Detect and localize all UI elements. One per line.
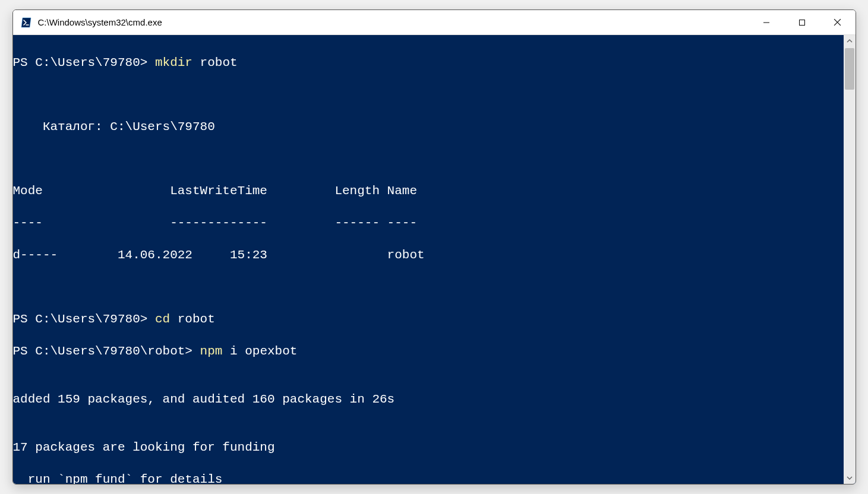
svg-rect-1	[799, 20, 804, 25]
terminal-window: C:\Windows\system32\cmd.exe PS C:\Users\…	[12, 10, 856, 484]
terminal-output[interactable]: PS C:\Users\79780> mkdir robot Каталог: …	[13, 35, 844, 484]
table-separator: ---- ------------- ------ ----	[13, 215, 844, 231]
npm-funding: run `npm fund` for details	[13, 471, 844, 484]
argument: i opexbot	[230, 344, 297, 358]
scrollbar-thumb[interactable]	[845, 48, 854, 90]
window-title: C:\Windows\system32\cmd.exe	[38, 17, 162, 27]
argument: robot	[200, 56, 238, 69]
close-button[interactable]	[820, 10, 856, 35]
minimize-button[interactable]	[749, 10, 784, 35]
titlebar[interactable]: C:\Windows\system32\cmd.exe	[13, 10, 856, 35]
ps-prompt: PS C:\Users\79780>	[13, 312, 155, 326]
scroll-down-arrow-icon[interactable]	[844, 472, 856, 484]
npm-output: added 159 packages, and audited 160 pack…	[13, 391, 844, 407]
table-row: d----- 14.06.2022 15:23 robot	[13, 247, 844, 263]
ps-prompt: PS C:\Users\79780>	[13, 56, 155, 69]
ps-prompt: PS C:\Users\79780\robot>	[13, 344, 200, 358]
powershell-icon	[20, 16, 33, 29]
terminal-area: PS C:\Users\79780> mkdir robot Каталог: …	[13, 35, 856, 484]
maximize-button[interactable]	[784, 10, 820, 35]
scroll-up-arrow-icon[interactable]	[844, 35, 856, 47]
argument: robot	[178, 312, 215, 326]
table-header: Mode LastWriteTime Length Name	[13, 183, 844, 199]
command: cd	[155, 312, 178, 326]
command: mkdir	[155, 56, 200, 69]
vertical-scrollbar[interactable]	[844, 35, 856, 484]
npm-funding: 17 packages are looking for funding	[13, 439, 844, 455]
command: npm	[200, 344, 230, 358]
directory-header: Каталог: C:\Users\79780	[13, 119, 844, 135]
